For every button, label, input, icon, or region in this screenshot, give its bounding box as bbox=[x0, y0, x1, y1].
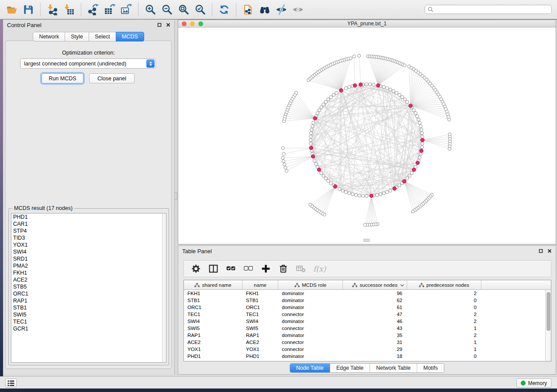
clone-network-button[interactable] bbox=[241, 3, 255, 17]
table-row[interactable]: YOX1YOX1connector291 bbox=[184, 346, 551, 353]
table-row[interactable]: TEC1TEC1connector472 bbox=[184, 311, 551, 318]
float-panel-icon[interactable] bbox=[539, 249, 543, 253]
network-splitter-grip[interactable] bbox=[363, 239, 370, 242]
function-builder-button: f(x) bbox=[313, 265, 326, 273]
search-network-icon bbox=[259, 4, 270, 15]
export-network-button[interactable] bbox=[86, 3, 100, 17]
search-input[interactable] bbox=[435, 6, 551, 13]
mcds-result-node[interactable]: STP4 bbox=[11, 227, 166, 234]
panel-splitter-grip[interactable] bbox=[174, 193, 177, 200]
zoom-fit-button[interactable] bbox=[176, 3, 190, 17]
import-table-icon bbox=[63, 4, 75, 15]
network-edges bbox=[311, 84, 422, 196]
run-mcds-button[interactable]: Run MCDS bbox=[42, 73, 83, 83]
tab-motifs[interactable]: Motifs bbox=[417, 364, 444, 372]
table-header-row: shared namenameMCDS rolesuccessor nodesp… bbox=[184, 280, 551, 290]
close-panel-button[interactable]: Close panel bbox=[89, 73, 135, 83]
cell-name: ORC1 bbox=[242, 304, 278, 311]
import-network-button[interactable] bbox=[45, 3, 59, 17]
tab-style[interactable]: Style bbox=[65, 32, 89, 41]
column-settings-button[interactable] bbox=[191, 264, 201, 274]
mcds-result-node[interactable]: SWI4 bbox=[11, 248, 166, 255]
column-header-predecessor-nodes[interactable]: predecessor nodes bbox=[407, 280, 481, 290]
search-network-button[interactable] bbox=[258, 3, 272, 17]
zoom-out-button[interactable] bbox=[160, 3, 174, 17]
mcds-result-node[interactable]: ORC1 bbox=[11, 290, 166, 297]
cell-mcds_role: dominator bbox=[278, 290, 343, 297]
criterion-dropdown[interactable]: largest connected component (undirected) bbox=[20, 58, 156, 69]
column-header-shared-name[interactable]: shared name bbox=[184, 280, 242, 290]
table-row[interactable]: PHD1PHD1dominator180 bbox=[184, 353, 551, 360]
zoom-in-button[interactable] bbox=[143, 3, 157, 17]
cell-successor_nodes: 46 bbox=[343, 318, 407, 325]
cell-predecessor_nodes: 1 bbox=[407, 339, 481, 346]
column-header-successor-nodes[interactable]: successor nodes bbox=[343, 280, 407, 290]
table-tab-bar: Node TableEdge TableNetwork TableMotifs bbox=[178, 363, 556, 373]
mcds-result-node[interactable]: GCR1 bbox=[11, 325, 166, 332]
export-table-button[interactable] bbox=[103, 3, 117, 17]
cell-mcds_role: dominator bbox=[278, 353, 343, 360]
mcds-result-node[interactable]: TID3 bbox=[11, 234, 166, 241]
save-session-button[interactable] bbox=[21, 3, 35, 17]
cell-successor_nodes: 61 bbox=[343, 304, 407, 311]
zoom-in-icon bbox=[145, 4, 156, 15]
tab-node-table[interactable]: Node Table bbox=[290, 364, 330, 372]
hide-selected-button[interactable] bbox=[274, 3, 288, 17]
table-row[interactable]: STB1STB1dominator620 bbox=[184, 297, 551, 304]
mcds-result-node[interactable]: STB5 bbox=[11, 283, 166, 290]
import-table-button[interactable] bbox=[62, 3, 76, 17]
refresh-layout-button[interactable] bbox=[217, 3, 231, 17]
mcds-result-node[interactable]: SRD1 bbox=[11, 255, 166, 262]
tab-network-table[interactable]: Network Table bbox=[370, 364, 417, 372]
export-image-button[interactable] bbox=[119, 3, 133, 17]
close-panel-icon[interactable] bbox=[166, 23, 170, 27]
cell-predecessor_nodes: 1 bbox=[407, 346, 481, 353]
optimization-criterion-label: Optimization criterion: bbox=[6, 50, 171, 56]
cell-mcds_role: connector bbox=[278, 346, 343, 353]
table-row[interactable]: ACE2ACE2connector311 bbox=[184, 339, 551, 346]
open-folder-icon bbox=[6, 4, 17, 15]
tab-mcds[interactable]: MCDS bbox=[116, 32, 144, 41]
close-panel-icon[interactable] bbox=[547, 249, 552, 253]
mcds-result-node[interactable]: PMA2 bbox=[11, 262, 166, 269]
table-row[interactable]: ORC1ORC1dominator610 bbox=[184, 304, 551, 311]
table-row[interactable]: SWI5SWI5connector431 bbox=[184, 325, 551, 332]
memory-label: Memory bbox=[528, 380, 547, 386]
table-scrollbar[interactable] bbox=[545, 290, 551, 361]
split-panel-button[interactable] bbox=[208, 264, 218, 274]
mcds-result-node[interactable]: YOX1 bbox=[11, 241, 166, 248]
tab-edge-table[interactable]: Edge Table bbox=[330, 364, 370, 372]
tab-select[interactable]: Select bbox=[89, 32, 116, 41]
mcds-result-node[interactable]: SWI5 bbox=[11, 311, 166, 318]
cell-mcds_role: dominator bbox=[278, 304, 343, 311]
delete-column-button[interactable] bbox=[278, 264, 288, 274]
zoom-selected-button[interactable] bbox=[193, 3, 207, 17]
table-row[interactable]: SWI4SWI4dominator462 bbox=[184, 318, 551, 325]
cell-predecessor_nodes: 2 bbox=[407, 332, 481, 339]
table-scrollbar-thumb[interactable] bbox=[547, 292, 550, 331]
mcds-result-node[interactable]: RAP1 bbox=[11, 297, 166, 304]
network-canvas[interactable] bbox=[178, 28, 556, 244]
mcds-result-node[interactable]: PHD1 bbox=[11, 213, 166, 220]
mcds-result-node[interactable]: STB1 bbox=[11, 304, 166, 311]
table-row[interactable]: FKH1FKH1dominator962 bbox=[184, 290, 551, 297]
table-row[interactable]: RAP1RAP1dominator352 bbox=[184, 332, 551, 339]
show-all-button[interactable] bbox=[291, 3, 305, 17]
mcds-result-node[interactable]: ACE2 bbox=[11, 276, 166, 283]
float-panel-icon[interactable] bbox=[157, 23, 162, 27]
network-window-title: YPA_prune.txt_1 bbox=[178, 21, 556, 27]
cell-mcds_role: dominator bbox=[278, 332, 343, 339]
memory-button[interactable]: Memory bbox=[516, 378, 551, 388]
select-all-button[interactable] bbox=[226, 264, 236, 274]
mcds-result-node[interactable]: CAR1 bbox=[11, 220, 166, 227]
tab-network[interactable]: Network bbox=[33, 32, 65, 41]
column-header-MCDS-role[interactable]: MCDS role bbox=[278, 280, 343, 290]
task-history-button[interactable] bbox=[5, 378, 17, 388]
mcds-result-node[interactable]: FKH1 bbox=[11, 269, 166, 276]
add-column-button[interactable] bbox=[261, 264, 271, 274]
column-header-name[interactable]: name bbox=[242, 280, 278, 290]
mcds-list-scrollbar[interactable] bbox=[162, 213, 166, 362]
deselect-all-button[interactable] bbox=[243, 264, 253, 274]
mcds-result-node[interactable]: TEC1 bbox=[11, 318, 166, 325]
open-folder-button[interactable] bbox=[5, 3, 19, 17]
